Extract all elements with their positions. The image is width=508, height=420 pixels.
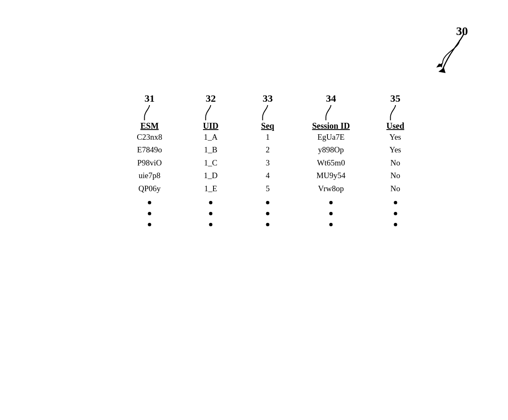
col-cell-esm-4: QP06y: [138, 182, 161, 195]
col-dots-used: [394, 201, 397, 226]
col-cell-used-3: No: [390, 169, 400, 182]
ref-num-34: 34: [326, 93, 336, 104]
col-used-wrapper: 35 Used Yes Yes No No No: [379, 93, 411, 226]
col-cell-used-2: No: [390, 157, 400, 169]
dot-seq-3: [266, 223, 269, 226]
ref-num-33: 33: [262, 93, 273, 104]
svg-marker-2: [438, 68, 446, 73]
dot-sessionid-1: [329, 201, 332, 204]
ref-num-35: 35: [390, 93, 400, 104]
col-dots-uid: [209, 201, 212, 226]
col-cell-sessionid-3: MU9y54: [316, 169, 346, 182]
col-cell-seq-0: 1: [266, 131, 270, 144]
dot-esm-3: [148, 223, 151, 226]
col-cell-seq-1: 2: [266, 144, 270, 156]
col-header-seq: Seq: [261, 121, 274, 131]
dot-seq-1: [266, 201, 269, 204]
col-cell-uid-0: 1_A: [204, 131, 218, 144]
col-esm-wrapper: 31 ESM C23nx8 E7849o P98viO uie7p8 QP06y: [130, 93, 168, 226]
dot-sessionid-2: [329, 212, 332, 215]
col-dots-sessionid: [329, 201, 332, 226]
col-cell-sessionid-2: Wt65m0: [317, 157, 345, 169]
col-cell-esm-2: P98viO: [137, 157, 162, 169]
dot-esm-1: [148, 201, 151, 204]
diagram-container: 30 31 ESM C23nx8 E7849o P98viO uie7p8 QP…: [0, 0, 508, 420]
col-cell-seq-3: 4: [266, 169, 270, 182]
dot-sessionid-3: [329, 223, 332, 226]
bracket-31: [141, 104, 158, 121]
col-cell-esm-0: C23nx8: [137, 131, 162, 144]
dot-esm-2: [148, 212, 151, 215]
col-cell-sessionid-0: EgUa7E: [317, 131, 344, 144]
dot-uid-1: [209, 201, 212, 204]
col-cell-used-4: No: [390, 182, 400, 195]
col-seq-wrapper: 33 Seq 1 2 3 4 5: [253, 93, 282, 226]
col-cell-esm-1: E7849o: [137, 144, 162, 156]
col-cell-seq-4: 5: [266, 182, 270, 195]
ref-num-31: 31: [144, 93, 154, 104]
col-cell-uid-2: 1_C: [204, 157, 218, 169]
col-uid-wrapper: 32 UID 1_A 1_B 1_C 1_D 1_E: [194, 93, 227, 226]
dot-uid-2: [209, 212, 212, 215]
arrow-30-v2: [432, 32, 474, 78]
dot-used-3: [394, 223, 397, 226]
col-cell-used-1: Yes: [389, 144, 401, 156]
dot-used-1: [394, 201, 397, 204]
dot-seq-2: [266, 212, 269, 215]
col-dots-seq: [266, 201, 269, 226]
col-header-esm: ESM: [141, 121, 159, 131]
col-cell-uid-4: 1_E: [204, 182, 217, 195]
col-cell-sessionid-4: Vrw8op: [318, 182, 344, 195]
col-header-used: Used: [386, 121, 404, 131]
col-cell-sessionid-1: y898Op: [318, 144, 344, 156]
bracket-32: [202, 104, 219, 121]
col-cell-esm-3: uie7p8: [139, 169, 161, 182]
columns-area: 31 ESM C23nx8 E7849o P98viO uie7p8 QP06y…: [130, 93, 411, 226]
bracket-34: [322, 104, 339, 121]
col-cell-used-0: Yes: [389, 131, 401, 144]
bracket-33: [259, 104, 276, 121]
dot-used-2: [394, 212, 397, 215]
col-sessionid-wrapper: 34 Session ID EgUa7E y898Op Wt65m0 MU9y5…: [308, 93, 354, 226]
dot-uid-3: [209, 223, 212, 226]
col-cell-seq-2: 3: [266, 157, 270, 169]
col-header-sessionid: Session ID: [312, 121, 350, 131]
col-header-uid: UID: [203, 121, 219, 131]
col-cell-uid-1: 1_B: [204, 144, 218, 156]
col-dots-esm: [148, 201, 151, 226]
bracket-35: [387, 104, 404, 121]
col-cell-uid-3: 1_D: [204, 169, 218, 182]
ref-num-32: 32: [205, 93, 216, 104]
